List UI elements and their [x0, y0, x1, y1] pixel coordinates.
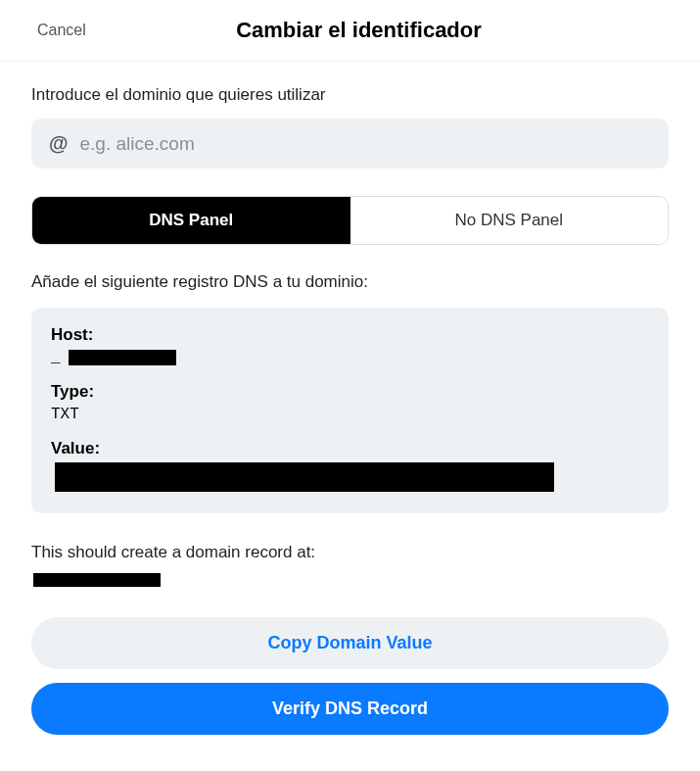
verify-dns-record-button[interactable]: Verify DNS Record — [31, 683, 669, 735]
modal-title: Cambiar el identificador — [236, 18, 482, 43]
dns-host-label: Host: — [51, 325, 649, 345]
tab-no-dns-panel[interactable]: No DNS Panel — [350, 197, 669, 244]
dns-host-field: Host: _ — [51, 325, 649, 366]
cancel-button[interactable]: Cancel — [37, 22, 86, 39]
dns-value-label: Value: — [51, 439, 649, 458]
redacted-record — [33, 573, 161, 587]
tab-group: DNS Panel No DNS Panel — [31, 196, 669, 245]
redacted-host — [69, 350, 176, 365]
dns-type-field: Type: TXT — [51, 382, 649, 423]
dns-value-field: Value: — [51, 439, 649, 492]
copy-domain-value-button[interactable]: Copy Domain Value — [31, 617, 669, 669]
dns-type-value: TXT — [51, 406, 649, 423]
dns-instruction: Añade el siguiente registro DNS a tu dom… — [31, 272, 669, 292]
dns-type-label: Type: — [51, 382, 649, 402]
record-note: This should create a domain record at: — [31, 543, 669, 562]
redacted-value — [55, 462, 554, 492]
dns-record-box: Host: _ Type: TXT Value: — [31, 308, 669, 513]
scroll-area[interactable]: Introduce el dominio que quieres utiliza… — [0, 62, 700, 771]
content: Introduce el dominio que quieres utiliza… — [0, 62, 700, 771]
record-value — [31, 570, 669, 588]
dns-value-value — [51, 462, 649, 492]
domain-input-wrap[interactable]: @ — [31, 119, 669, 169]
domain-intro-label: Introduce el dominio que quieres utiliza… — [31, 85, 669, 105]
domain-input[interactable] — [80, 133, 651, 155]
tab-dns-panel[interactable]: DNS Panel — [32, 197, 350, 244]
dns-host-value: _ — [51, 349, 649, 366]
at-icon: @ — [49, 132, 69, 155]
modal-header: Cancel Cambiar el identificador — [0, 0, 700, 62]
